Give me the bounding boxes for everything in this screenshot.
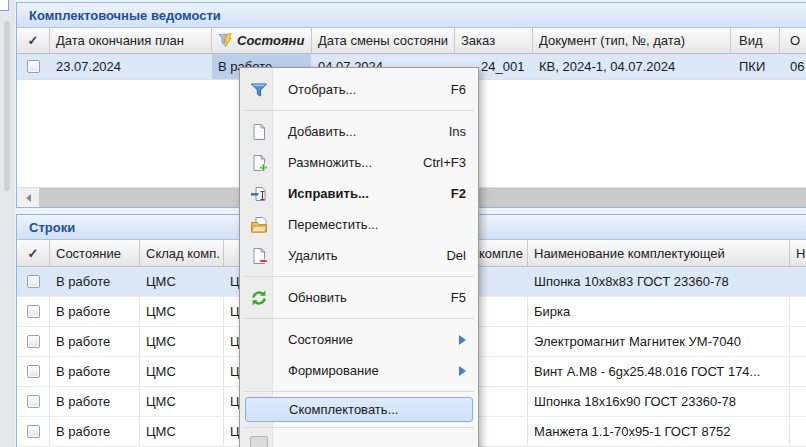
cell-clipped[interactable] (790, 297, 806, 326)
row-check-cell[interactable] (17, 54, 50, 79)
menu-item-partial[interactable] (242, 433, 476, 447)
column-header-document[interactable]: Документ (тип, №, дата) (533, 28, 731, 53)
menu-separator (244, 427, 474, 428)
cell-status[interactable]: В работе (50, 327, 140, 356)
new-page-icon (250, 123, 268, 141)
row-checkbox[interactable] (27, 305, 40, 318)
select-all-column-header[interactable]: ✓ (17, 240, 50, 266)
cell-name[interactable]: Шпонка 18x16x90 ГОСТ 23360-78 (528, 387, 790, 416)
row-checkbox[interactable] (27, 395, 40, 408)
app-window: Комплектовочные ведомости ✓ Дата окончан… (0, 0, 806, 447)
column-header-status[interactable]: Состояни (212, 28, 312, 53)
column-header-status-label: Состояни (237, 33, 304, 48)
panel-title-vedomosti: Комплектовочные ведомости (17, 3, 806, 28)
column-header-order[interactable]: Заказ (455, 28, 533, 53)
cell-status[interactable]: В работе (50, 267, 140, 296)
filter-lightning-icon (218, 33, 234, 48)
cell-name[interactable]: Электромагнит Магнитек УМ-7040 (528, 327, 790, 356)
menu-item-formation[interactable]: Формирование (242, 355, 476, 386)
column-header-status[interactable]: Состояние (50, 240, 140, 266)
menu-item-refresh[interactable]: Обновить F5 (242, 282, 476, 313)
cell-status[interactable]: В работе (50, 387, 140, 416)
cell-status[interactable]: В работе (50, 357, 140, 386)
row-checkbox[interactable] (27, 335, 40, 348)
left-splitter[interactable] (0, 0, 15, 447)
cell-name[interactable]: Винт А.М8 - 6gx25.48.016 ГОСТ 174... (528, 357, 790, 386)
menu-item-move[interactable]: Переместить... (242, 209, 476, 240)
row-checkbox[interactable] (27, 275, 40, 288)
menu-item-duplicate[interactable]: Размножить... Ctrl+F3 (242, 147, 476, 178)
column-header-clipped[interactable]: О (780, 28, 806, 53)
cell-clipped[interactable] (790, 417, 806, 446)
arrow-left-icon (26, 194, 31, 202)
refresh-icon (250, 289, 268, 307)
cell-clipped[interactable] (790, 267, 806, 296)
scroll-left-button[interactable] (17, 188, 39, 207)
cell-clipped[interactable]: 06 (780, 54, 806, 79)
cell-clipped[interactable] (790, 357, 806, 386)
cell-warehouse[interactable]: ЦМС (140, 267, 224, 296)
column-header-clipped[interactable]: Н (790, 240, 806, 266)
cell-warehouse[interactable]: ЦМС (140, 387, 224, 416)
clipped-widget (0, 0, 9, 11)
edit-icon (250, 185, 268, 203)
filter-icon (250, 81, 268, 99)
menu-item-filter[interactable]: Отобрать... F6 (242, 74, 476, 105)
cell-clipped[interactable] (790, 327, 806, 356)
cell-name[interactable]: Шпонка 10x8x83 ГОСТ 23360-78 (528, 267, 790, 296)
cell-date-end[interactable]: 23.07.2024 (50, 54, 212, 79)
menu-separator (244, 391, 474, 392)
clipped-menu-icon (250, 436, 268, 447)
move-folder-icon (250, 216, 268, 234)
column-header-date-end[interactable]: Дата окончания план (50, 28, 212, 53)
menu-separator (244, 110, 474, 111)
vedomosti-header-row: ✓ Дата окончания план Состояни Дата смен… (17, 28, 806, 54)
cell-name[interactable]: Бирка (528, 297, 790, 326)
cell-warehouse[interactable]: ЦМС (140, 327, 224, 356)
cell-warehouse[interactable]: ЦМС (140, 417, 224, 446)
cell-warehouse[interactable]: ЦМС (140, 357, 224, 386)
menu-separator (244, 318, 474, 319)
submenu-arrow-icon (459, 366, 466, 376)
menu-separator (244, 276, 474, 277)
menu-item-assemble[interactable]: Скомплектовать... (245, 397, 473, 422)
column-header-name[interactable]: Наименование комплектующей (528, 240, 790, 266)
cell-clipped[interactable] (790, 387, 806, 416)
menu-item-delete[interactable]: Удалить Del (242, 240, 476, 271)
duplicate-page-icon (250, 154, 268, 172)
column-header-warehouse[interactable]: Склад комп. (140, 240, 224, 266)
delete-page-icon (250, 247, 268, 265)
menu-item-status[interactable]: Состояние (242, 324, 476, 355)
cell-status[interactable]: В работе (50, 417, 140, 446)
menu-item-add[interactable]: Добавить... Ins (242, 116, 476, 147)
submenu-arrow-icon (459, 335, 466, 345)
select-all-column-header[interactable]: ✓ (17, 28, 50, 53)
column-header-date-change[interactable]: Дата смены состояни (312, 28, 455, 53)
row-checkbox[interactable] (27, 425, 40, 438)
column-header-kind[interactable]: Вид (731, 28, 780, 53)
row-checkbox[interactable] (27, 365, 40, 378)
splitter-handle-icon[interactable] (4, 21, 10, 191)
cell-document[interactable]: КВ, 2024-1, 04.07.2024 (533, 54, 731, 79)
row-checkbox[interactable] (27, 60, 40, 73)
context-menu: Отобрать... F6 Добавить... Ins (239, 67, 479, 447)
cell-status[interactable]: В работе (50, 297, 140, 326)
cell-kind[interactable]: ПКИ (731, 54, 780, 79)
menu-item-edit[interactable]: Исправить... F2 (242, 178, 476, 209)
cell-warehouse[interactable]: ЦМС (140, 297, 224, 326)
cell-name[interactable]: Манжета 1.1-70x95-1 ГОСТ 8752 (528, 417, 790, 446)
